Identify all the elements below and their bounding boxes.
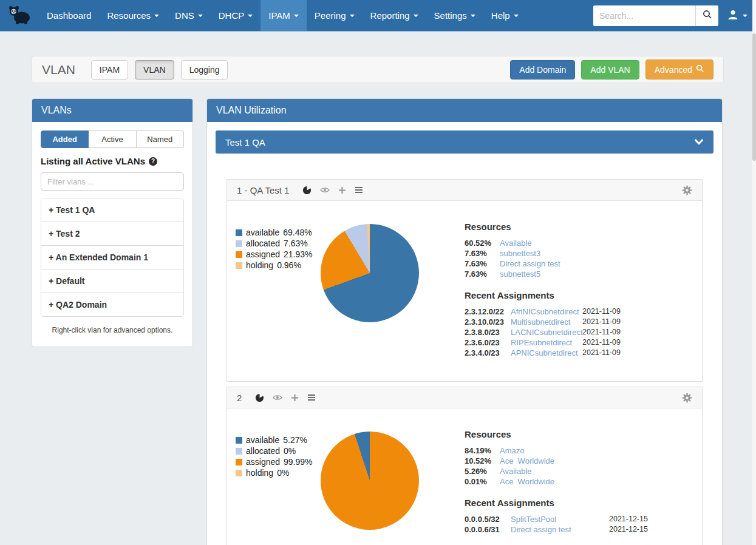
- legend-item: assigned21.93%: [236, 249, 321, 259]
- eye-icon[interactable]: [273, 393, 282, 402]
- vlan-card-1: 1 - QA Test 1: [226, 179, 703, 382]
- assignment-date: 2021-11-09: [582, 348, 621, 358]
- tab-ipam[interactable]: IPAM: [91, 60, 128, 80]
- vlan-list-item[interactable]: + Default: [41, 269, 183, 293]
- assignment-row: 2.3.8.0/23LACNICsubnetdirect2021-11-09: [465, 327, 693, 337]
- resource-row: 7.63%Direct assign test: [465, 259, 693, 269]
- resource-link[interactable]: Ace Worldwide: [500, 476, 554, 487]
- nav-peering[interactable]: Peering: [307, 0, 363, 31]
- vlan-list-item[interactable]: + An Extended Domain 1: [41, 246, 183, 269]
- utilization-pie-chart: [321, 432, 419, 530]
- domain-group-label: Test 1 QA: [225, 137, 265, 147]
- resource-link[interactable]: Amazo: [500, 445, 524, 456]
- vlan-list-item[interactable]: + QA2 Domain: [41, 293, 183, 316]
- assignment-link[interactable]: LACNICsubnetdirect: [511, 327, 582, 337]
- assignment-date: 2021-11-09: [582, 327, 621, 337]
- list-menu-icon[interactable]: [355, 186, 363, 194]
- legend-name: assigned: [246, 457, 280, 467]
- resource-link[interactable]: subnettest3: [500, 248, 540, 259]
- assignment-row: 2.3.10.0/23Multisubnetdirect2021-11-09: [465, 317, 693, 327]
- vlan-card-2-body: available5.27% allocated0% assigned99.99…: [227, 408, 702, 545]
- vlan-list-item[interactable]: + Test 2: [41, 222, 183, 246]
- resource-link[interactable]: Available: [500, 466, 532, 476]
- assignment-row: 2.3.12.0/22AfriNICsubnetdirect2021-11-09: [465, 306, 693, 317]
- advanced-label: Advanced: [655, 65, 692, 75]
- nav-label: Help: [491, 10, 510, 21]
- assignment-link[interactable]: SplitTestPool: [511, 514, 609, 524]
- collapse-chevron-icon[interactable]: [694, 138, 704, 146]
- assignment-block: 2.3.12.0/22: [465, 306, 511, 317]
- legend-item: holding0%: [236, 468, 321, 478]
- legend-name: allocated: [246, 446, 280, 456]
- scrollbar[interactable]: [752, 0, 756, 545]
- nav-settings[interactable]: Settings: [426, 0, 483, 31]
- nav-label: Settings: [434, 10, 467, 21]
- tab-active[interactable]: Active: [89, 130, 136, 148]
- nav-label: Peering: [315, 10, 346, 21]
- utilization-pie-chart: [321, 224, 419, 322]
- advanced-search-button[interactable]: Advanced: [645, 59, 713, 80]
- scrollbar-thumb[interactable]: [752, 33, 756, 161]
- legend-item: available5.27%: [236, 435, 321, 445]
- assignment-link[interactable]: APNICsubnetdirect: [511, 348, 582, 358]
- vlan-list-item[interactable]: + Test 1 QA: [41, 198, 183, 222]
- help-question-icon[interactable]: ?: [149, 157, 157, 166]
- gear-icon[interactable]: [682, 185, 692, 195]
- nav-label: Reporting: [370, 10, 410, 21]
- nav-ipam[interactable]: IPAM: [261, 0, 307, 31]
- legend-swatch: [236, 262, 242, 269]
- add-vlan-button[interactable]: Add VLAN: [581, 60, 639, 80]
- domain-group-body: 1 - QA Test 1: [216, 154, 713, 545]
- nav-label: Dashboard: [47, 10, 91, 21]
- tab-added[interactable]: Added: [41, 130, 89, 148]
- nav-dns[interactable]: DNS: [167, 0, 211, 31]
- pie-chart-icon[interactable]: [302, 186, 312, 195]
- domain-group-bar[interactable]: Test 1 QA: [216, 130, 713, 154]
- legend-value: 0%: [277, 468, 289, 478]
- utilization-legend: available5.27% allocated0% assigned99.99…: [236, 408, 321, 545]
- tab-vlan[interactable]: VLAN: [135, 60, 174, 80]
- resource-pct: 7.63%: [465, 248, 500, 259]
- tab-named[interactable]: Named: [137, 130, 184, 148]
- add-vlan-label: Add VLAN: [590, 65, 630, 75]
- resource-pct: 7.63%: [465, 259, 500, 269]
- legend-name: allocated: [246, 239, 280, 248]
- chevron-down-icon: [294, 15, 299, 17]
- vlan-card-label: 2: [237, 393, 242, 403]
- vlan-card-1-body: available69.48% allocated7.63% assigned2…: [227, 201, 702, 381]
- add-domain-button[interactable]: Add Domain: [510, 60, 575, 80]
- legend-item: assigned99.99%: [236, 457, 321, 467]
- assignment-block: 2.3.6.0/23: [465, 337, 511, 348]
- nav-resources[interactable]: Resources: [99, 0, 167, 31]
- search-input[interactable]: [593, 5, 695, 26]
- list-menu-icon[interactable]: [307, 394, 316, 401]
- plus-icon[interactable]: [338, 186, 346, 194]
- resource-link[interactable]: Available: [500, 238, 532, 248]
- nav-dashboard[interactable]: Dashboard: [39, 0, 99, 31]
- vlans-panel-body: Added Active Named Listing all Active VL…: [32, 122, 192, 347]
- gear-icon[interactable]: [682, 393, 692, 403]
- assignment-block: 0.0.0.6/31: [465, 524, 511, 535]
- assignment-link[interactable]: RIPEsubnetdirect: [511, 337, 582, 348]
- search-button[interactable]: [695, 5, 718, 26]
- top-navbar: Dashboard Resources DNS DHCP IPAM Peerin…: [0, 0, 756, 32]
- tab-logging[interactable]: Logging: [181, 60, 228, 80]
- eye-icon[interactable]: [320, 186, 330, 194]
- plus-icon[interactable]: [291, 394, 299, 402]
- resource-link[interactable]: Ace Worldwide: [500, 456, 554, 466]
- resource-link[interactable]: Direct assign test: [500, 259, 560, 269]
- assignment-link[interactable]: Direct assign test: [511, 524, 609, 535]
- user-menu[interactable]: [727, 8, 747, 23]
- app-logo[interactable]: [0, 0, 39, 31]
- resource-link[interactable]: subnettest5: [500, 269, 540, 279]
- nav-dhcp[interactable]: DHCP: [211, 0, 261, 31]
- search-icon: [696, 64, 704, 75]
- assignment-link[interactable]: Multisubnetdirect: [511, 317, 582, 327]
- filter-vlans-input[interactable]: [41, 172, 184, 191]
- assignment-link[interactable]: AfriNICsubnetdirect: [511, 306, 582, 317]
- user-icon: [727, 8, 739, 23]
- nav-help[interactable]: Help: [483, 0, 526, 31]
- resource-pct: 5.26%: [465, 466, 500, 476]
- nav-reporting[interactable]: Reporting: [363, 0, 426, 31]
- pie-chart-icon[interactable]: [255, 393, 264, 402]
